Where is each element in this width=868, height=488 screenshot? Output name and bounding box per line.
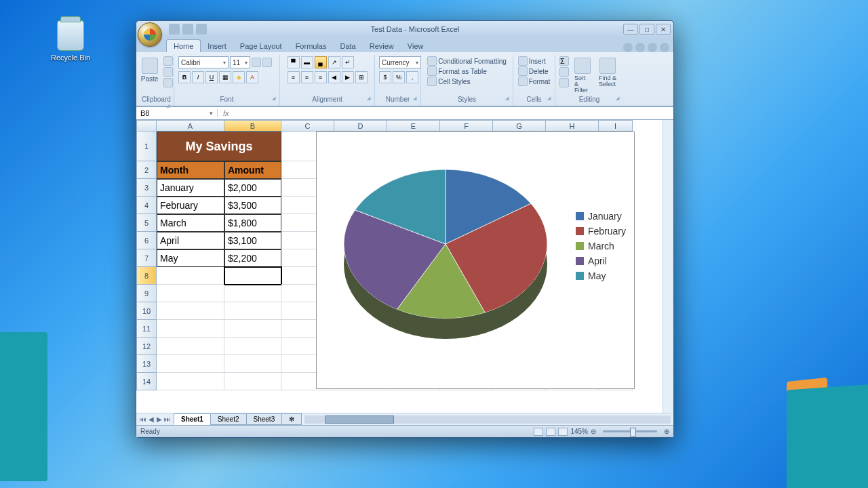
- fx-icon[interactable]: fx: [218, 109, 235, 117]
- autosum-icon[interactable]: Σ: [559, 56, 569, 66]
- cut-icon[interactable]: [163, 56, 173, 66]
- view-normal-button[interactable]: [534, 428, 543, 436]
- format-cells-button[interactable]: Format: [518, 77, 551, 86]
- number-format-combo[interactable]: Currency▾: [379, 56, 421, 68]
- column-header-B[interactable]: B: [224, 120, 281, 131]
- comma-button[interactable]: ,: [406, 71, 418, 83]
- tab-data[interactable]: Data: [333, 40, 362, 52]
- cell[interactable]: [157, 338, 224, 355]
- delete-cells-button[interactable]: Delete: [518, 66, 549, 76]
- font-name-combo[interactable]: Calibri▾: [178, 56, 229, 68]
- align-center-button[interactable]: ≡: [301, 71, 313, 83]
- cell[interactable]: March: [157, 214, 224, 232]
- column-header-A[interactable]: A: [157, 120, 224, 131]
- column-header-F[interactable]: F: [440, 120, 493, 131]
- cell-styles-button[interactable]: Cell Styles: [427, 77, 470, 86]
- sheet-nav-next[interactable]: ▶: [155, 415, 163, 424]
- italic-button[interactable]: I: [192, 71, 204, 83]
- cell[interactable]: [157, 267, 224, 285]
- border-button[interactable]: ▦: [219, 71, 231, 83]
- row-header-9[interactable]: 9: [136, 285, 157, 302]
- clear-icon[interactable]: [559, 78, 569, 87]
- zoom-slider[interactable]: [603, 430, 657, 432]
- close-button[interactable]: ✕: [656, 24, 671, 35]
- tab-review[interactable]: Review: [363, 40, 401, 52]
- help-icon[interactable]: [623, 43, 633, 52]
- row-header-4[interactable]: 4: [136, 197, 157, 214]
- column-header-E[interactable]: E: [387, 120, 440, 131]
- select-all-corner[interactable]: [136, 120, 157, 131]
- sheet-tab-new[interactable]: ✻: [281, 413, 302, 425]
- sheet-nav-first[interactable]: ⏮: [139, 415, 147, 424]
- cell[interactable]: [224, 338, 281, 355]
- qat-undo-icon[interactable]: [182, 24, 193, 35]
- desktop-recycle-bin[interactable]: Recycle Bin: [51, 20, 90, 62]
- sheet-tab-3[interactable]: Sheet3: [246, 413, 283, 425]
- underline-button[interactable]: U: [205, 71, 218, 83]
- tab-view[interactable]: View: [401, 40, 431, 52]
- cell[interactable]: My Savings: [157, 131, 281, 161]
- qat-redo-icon[interactable]: [196, 24, 207, 35]
- row-header-2[interactable]: 2: [136, 161, 157, 179]
- vertical-scrollbar[interactable]: [663, 120, 673, 413]
- wrap-text-button[interactable]: ↵: [342, 56, 354, 68]
- office-button[interactable]: [138, 22, 162, 47]
- orientation-button[interactable]: ↗: [328, 56, 340, 68]
- cell[interactable]: $3,500: [224, 197, 281, 214]
- bold-button[interactable]: B: [178, 71, 191, 83]
- view-layout-button[interactable]: [546, 428, 555, 436]
- view-break-button[interactable]: [558, 428, 568, 436]
- copy-icon[interactable]: [163, 67, 173, 77]
- align-bottom-button[interactable]: ▄: [315, 56, 327, 68]
- cell[interactable]: April: [157, 232, 224, 249]
- cell[interactable]: [157, 373, 224, 390]
- qat-save-icon[interactable]: [169, 24, 180, 35]
- cell[interactable]: $1,800: [224, 214, 281, 232]
- ribbon-close-icon[interactable]: [660, 43, 669, 52]
- cell[interactable]: [157, 285, 224, 302]
- grow-font-icon[interactable]: [252, 58, 261, 67]
- decrease-indent-button[interactable]: ◀: [328, 71, 340, 83]
- column-header-C[interactable]: C: [281, 120, 334, 131]
- align-middle-button[interactable]: ▬: [301, 56, 313, 68]
- cell[interactable]: $3,100: [224, 232, 281, 249]
- cell[interactable]: $2,200: [224, 249, 281, 267]
- fill-color-button[interactable]: ◆: [233, 71, 245, 83]
- cell[interactable]: [224, 320, 281, 338]
- zoom-in-button[interactable]: ⊕: [664, 428, 669, 435]
- minimize-button[interactable]: —: [623, 24, 638, 35]
- font-color-button[interactable]: A: [246, 71, 258, 83]
- cell[interactable]: [157, 320, 224, 338]
- merge-button[interactable]: ⊞: [355, 71, 368, 83]
- currency-button[interactable]: $: [379, 71, 391, 83]
- fill-icon[interactable]: [559, 67, 569, 77]
- format-painter-icon[interactable]: [163, 78, 173, 87]
- chart-object[interactable]: JanuaryFebruaryMarchAprilMay: [316, 131, 635, 389]
- column-header-H[interactable]: H: [546, 120, 599, 131]
- sort-filter-button[interactable]: Sort & Filter: [572, 56, 593, 95]
- cell[interactable]: [224, 355, 281, 373]
- cell[interactable]: [157, 355, 224, 373]
- tab-home[interactable]: Home: [166, 39, 201, 52]
- conditional-formatting-button[interactable]: Conditional Formatting: [427, 56, 507, 66]
- maximize-button[interactable]: □: [639, 24, 654, 35]
- cell[interactable]: [224, 373, 281, 390]
- align-top-button[interactable]: ▀: [288, 56, 300, 68]
- tab-formulas[interactable]: Formulas: [289, 40, 334, 52]
- column-header-I[interactable]: I: [599, 120, 633, 131]
- row-header-6[interactable]: 6: [136, 232, 157, 249]
- sheet-tab-2[interactable]: Sheet2: [210, 413, 247, 425]
- cell[interactable]: [224, 267, 281, 285]
- row-header-1[interactable]: 1: [136, 131, 157, 161]
- font-size-combo[interactable]: 11▾: [230, 56, 250, 68]
- cell[interactable]: $2,000: [224, 179, 281, 197]
- cell[interactable]: [224, 285, 281, 302]
- row-header-7[interactable]: 7: [136, 249, 157, 267]
- shrink-font-icon[interactable]: [262, 58, 272, 67]
- name-box[interactable]: B8▾: [136, 109, 218, 117]
- format-as-table-button[interactable]: Format as Table: [427, 66, 487, 76]
- sheet-nav-last[interactable]: ⏭: [163, 415, 172, 424]
- sheet-tab-1[interactable]: Sheet1: [174, 413, 211, 425]
- row-header-5[interactable]: 5: [136, 214, 157, 232]
- row-header-10[interactable]: 10: [136, 302, 157, 320]
